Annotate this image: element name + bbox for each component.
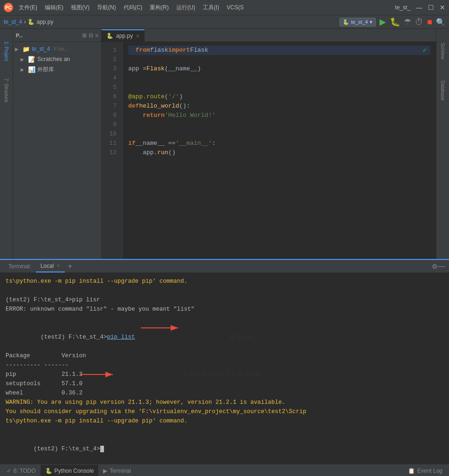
menu-edit[interactable]: 编辑(E) <box>45 4 63 12</box>
bottom-tab-todo[interactable]: ✓ 6: TODO <box>2 465 41 476</box>
tree-item-scratches[interactable]: ▶ 📝 Scratches an <box>13 54 101 64</box>
term-line-upgrade-cmd: ts\python.exe -m pip install --upgrade p… <box>6 277 443 286</box>
app-logo: PC <box>4 3 13 12</box>
code-line-9 <box>128 120 430 129</box>
cmd-annotation-text: 输入命令 <box>229 333 254 342</box>
menu-code[interactable]: 代码(C) <box>124 4 143 12</box>
tab-close-button[interactable]: ✕ <box>136 34 139 39</box>
term-line-error: ERROR: unknown command "lisr" - maybe yo… <box>6 305 443 314</box>
project-root-label: te_st_4 <box>32 46 50 52</box>
window-title: te_st_ <box>395 4 410 11</box>
bottom-tab-event-log[interactable]: 📋 Event Log <box>403 465 447 476</box>
editor-tab-apppy[interactable]: 🐍 app.py ✕ <box>102 29 145 41</box>
term-line-warning-1: WARNING: You are using pip version 21.1.… <box>6 398 443 407</box>
sidebar-item-sciview[interactable]: SciView <box>440 33 445 70</box>
tree-arrow-scratches: ▶ <box>21 57 26 62</box>
window-controls[interactable]: — ☐ ✕ <box>416 4 445 11</box>
term-line-warning-3: ts\python.exe -m pip install --upgrade p… <box>6 416 443 426</box>
terminal-tab-icon: ▶ <box>103 468 107 474</box>
project-panel: P... ⊞ ⊟ ≡ ▶ 📁 te_st_4 F:\te... ▶ 📝 Scra… <box>13 29 102 259</box>
menu-vcs[interactable]: VCS(S <box>227 4 244 11</box>
local-tab-close[interactable]: ✕ <box>56 263 60 268</box>
panel-collapse-button[interactable]: ≡ <box>95 32 98 39</box>
code-content[interactable]: from flask import Flask ✓ app = Flask(__… <box>123 42 436 259</box>
event-log-icon: 📋 <box>408 468 415 474</box>
menu-file[interactable]: 文件(E) <box>19 4 37 12</box>
bottom-tab-python-console[interactable]: 🐍 Python Console <box>41 465 99 476</box>
search-everywhere-button[interactable]: 🔍 <box>436 18 445 27</box>
term-line-setuptools: setuptools 57.1.0 <box>6 379 443 388</box>
code-line-6: @app.route('/') <box>128 92 430 102</box>
menu-bar[interactable]: 文件(E) 编辑(E) 视图(V) 导航(N) 代码(C) 重构(R) 运行(U… <box>19 4 244 12</box>
line-numbers: 1 2 3 4 5 6 7 8 9 10 11 12 <box>102 42 123 259</box>
sidebar-item-database[interactable]: Database <box>440 72 445 109</box>
main-content: 1: Project 7: Structure P... ⊞ ⊟ ≡ ▶ 📁 t… <box>0 29 449 259</box>
code-line-1: from flask import Flask ✓ <box>128 46 430 55</box>
code-line-7: def hello_world(): <box>128 102 430 111</box>
run-controls: 🐍 te_st_4 ▾ ▶ 🐛 ☂ ⏱ ■ 🔍 <box>339 17 445 27</box>
sidebar-item-project[interactable]: 1: Project <box>1 33 12 70</box>
panel-settings-button[interactable]: ⊟ <box>89 32 93 39</box>
term-line-warning-2: You should consider upgrading via the 'F… <box>6 407 443 416</box>
term-line-pip-list-container: (test2) F:\te_st_4>pip list 输入命令 <box>6 323 443 351</box>
terminal-settings-button[interactable]: ⚙ <box>432 263 438 270</box>
stop-button[interactable]: ■ <box>427 17 432 27</box>
project-breadcrumb[interactable]: te_st_4 <box>4 19 22 25</box>
term-line-pkg-header: Package Version <box>6 351 443 360</box>
terminal-output[interactable]: ts\python.exe -m pip install --upgrade p… <box>0 273 449 464</box>
sciview-label: SciView <box>440 43 445 59</box>
term-line-pip-version: pip 21.1.3 <box>6 370 83 379</box>
menu-refactor[interactable]: 重构(R) <box>150 4 169 12</box>
term-line-pip-lisr: (test2) F:\te_st_4>pip lisr <box>6 295 443 305</box>
terminal-tabs-bar: Terminal: Local ✕ + ⚙ — <box>0 260 449 273</box>
menu-view[interactable]: 视图(V) <box>71 4 90 12</box>
folder-icon: 📁 <box>22 46 30 53</box>
menu-run[interactable]: 运行(U) <box>176 4 195 12</box>
terminal-add-button[interactable]: + <box>65 262 75 271</box>
minimize-button[interactable]: — <box>416 4 422 11</box>
terminal-tab-label: Terminal <box>110 468 131 474</box>
code-line-2 <box>128 55 430 64</box>
tree-item-external-libs[interactable]: ▶ 📊 外部库 <box>13 64 101 75</box>
tree-item-project-root[interactable]: ▶ 📁 te_st_4 F:\te... <box>13 44 101 54</box>
todo-icon: ✓ <box>7 468 11 474</box>
terminal-minimize-button[interactable]: — <box>438 262 445 271</box>
profile-button[interactable]: ⏱ <box>415 17 423 27</box>
code-editor[interactable]: 1 2 3 4 5 6 7 8 9 10 11 12 from flask im… <box>102 42 436 259</box>
breadcrumb-sep-1: › <box>24 19 26 25</box>
scratches-icon: 📝 <box>28 56 35 63</box>
sidebar-item-structure[interactable]: 7: Structure <box>1 72 12 109</box>
left-sidebar: 1: Project 7: Structure <box>0 29 13 259</box>
coverage-button[interactable]: ☂ <box>404 17 411 27</box>
bottom-tab-terminal[interactable]: ▶ Terminal <box>98 465 135 476</box>
file-tab-icon: 🐍 <box>106 33 113 39</box>
close-button[interactable]: ✕ <box>440 4 445 11</box>
project-path-label: F:\te... <box>54 46 68 52</box>
panel-layout-button[interactable]: ⊞ <box>82 32 87 39</box>
term-line-prompt: (test2) F:\te_st_4> <box>6 435 443 463</box>
todo-label: 6: TODO <box>14 468 36 474</box>
scratches-label: Scratches an <box>37 56 70 62</box>
structure-tab-label: 7: Structure <box>4 78 9 102</box>
menu-navigate[interactable]: 导航(N) <box>97 4 116 12</box>
run-button[interactable]: ▶ <box>380 17 386 27</box>
right-sidebar: SciView Database <box>436 29 449 259</box>
file-tab-label: app.py <box>116 33 133 39</box>
term-line-wheel: wheel 0.36.2 <box>6 388 443 398</box>
term-line-blank-3 <box>6 426 443 435</box>
bottom-toolbar: ✓ 6: TODO 🐍 Python Console ▶ Terminal 📋 … <box>0 464 449 476</box>
code-line-4 <box>128 74 430 83</box>
project-tab-label: 1: Project <box>4 41 9 61</box>
editor-tabs: 🐍 app.py ✕ <box>102 29 436 42</box>
debug-button[interactable]: 🐛 <box>390 17 400 27</box>
maximize-button[interactable]: ☐ <box>428 4 434 11</box>
libs-icon: 📊 <box>28 66 35 73</box>
menu-tools[interactable]: 工具(I) <box>203 4 219 12</box>
file-breadcrumb[interactable]: app.py <box>36 19 53 25</box>
run-config-dropdown[interactable]: 🐍 te_st_4 ▾ <box>339 18 376 27</box>
python-console-label: Python Console <box>55 468 94 474</box>
cmd-annotation-arrow <box>141 321 225 334</box>
pkg-annotation-text: 全新的虚拟环境下只有这些包 <box>183 370 262 379</box>
tree-arrow-libs: ▶ <box>21 67 26 72</box>
terminal-tab-local[interactable]: Local ✕ <box>36 260 65 272</box>
